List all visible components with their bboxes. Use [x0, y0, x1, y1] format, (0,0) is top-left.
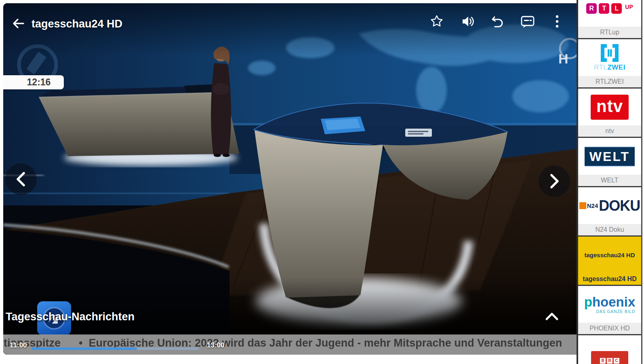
tagesschau24-logo-text: tagesschau24 HD: [584, 252, 635, 258]
subtitles-button[interactable]: [520, 13, 536, 30]
channel-label: RTLup: [578, 27, 641, 38]
program-start-time: 11:00: [10, 341, 27, 349]
overflow-menu-button[interactable]: [552, 13, 562, 30]
ntv-logo: ntv: [578, 89, 641, 125]
channel-label: RTLZWEI: [578, 76, 641, 87]
three-dots-icon: [555, 14, 559, 29]
live-tv-app: H tagesschau24 HD: [0, 0, 644, 364]
rtlzwei-logo: RTLZWEI: [578, 39, 641, 76]
channel-card-ntv[interactable]: ntv ntv: [578, 89, 641, 138]
channel-label: WELT: [578, 175, 641, 186]
welt-logo-text: WELT: [585, 147, 635, 166]
channel-card-rtlup[interactable]: R T L UP RTLup: [578, 0, 641, 39]
next-channel-button[interactable]: [539, 165, 570, 197]
tagesschau24-logo: tagesschau24 HD: [578, 237, 641, 273]
channel-card-tagesschau24[interactable]: tagesschau24 HD tagesschau24 HD: [578, 237, 641, 286]
n24doku-logo: N24 DOKU: [578, 187, 641, 224]
chevron-right-icon: [547, 173, 561, 189]
rtl-letter-box: R: [586, 3, 597, 14]
channel-card-phoenix[interactable]: phoenix DAS GANZE BILD PHOENIX HD: [578, 286, 641, 335]
phoenix-logo-text: phoenix: [584, 295, 636, 309]
channel-label: tagesschau24 HD: [578, 273, 641, 285]
rtlup-logo: R T L UP: [578, 0, 641, 27]
bbc-letter-block: C: [614, 358, 619, 364]
n24-logo-part1: N24: [587, 202, 598, 209]
channel-label: PHOENIX HD: [578, 323, 641, 334]
news-ticker-bar: ktionsspitze • Europäische Union: 2022 w…: [3, 334, 577, 355]
channel-label: N24 Doku: [578, 224, 641, 235]
video-player[interactable]: H tagesschau24 HD: [3, 3, 577, 355]
back-arrow-icon: [11, 16, 26, 31]
channel-card-welt[interactable]: WELT WELT: [578, 138, 641, 187]
channel-card-rtlzwei[interactable]: RTLZWEI RTLZWEI: [578, 39, 641, 89]
n24-orange-square: [579, 202, 586, 209]
rtl-letter-box: L: [611, 3, 622, 14]
n24-logo-part2: DOKU: [599, 197, 640, 214]
bbcworld-logo: B B C WORLD: [578, 335, 641, 364]
expand-panel-button[interactable]: [545, 311, 560, 324]
favorite-button[interactable]: [429, 13, 445, 30]
channel-card-bbcworld[interactable]: B B C WORLD: [578, 335, 641, 364]
bbc-letter-block: B: [600, 358, 606, 364]
progress-bar[interactable]: [32, 347, 199, 350]
bbc-letter-block: B: [607, 358, 612, 364]
channel-label: ntv: [578, 125, 641, 137]
volume-icon: [459, 14, 475, 29]
program-end-time: 13:00: [207, 341, 224, 349]
back-button[interactable]: [11, 16, 27, 32]
previous-channel-button[interactable]: [5, 163, 37, 195]
channel-rail: R T L UP RTLup: [577, 0, 642, 364]
bottom-scrim: [3, 278, 577, 334]
chevron-up-icon: [545, 311, 559, 322]
channel-title: tagesschau24 HD: [32, 18, 122, 30]
current-time-badge: 12:16: [3, 75, 64, 89]
welt-logo: WELT: [578, 138, 641, 175]
volume-button[interactable]: [459, 13, 475, 30]
rtlzwei-bracket-icon: [600, 44, 619, 62]
channel-sidebar: R T L UP RTLup: [577, 0, 642, 364]
rtl-letter-box: T: [599, 3, 609, 14]
replay-icon: [490, 14, 505, 29]
channel-card-n24doku[interactable]: N24 DOKU N24 Doku: [578, 187, 641, 237]
subtitles-bubble-icon: [520, 14, 536, 29]
phoenix-logo: phoenix DAS GANZE BILD: [578, 286, 641, 323]
rtlzwei-word-part2: ZWEI: [607, 63, 625, 71]
ntv-logo-text: ntv: [591, 95, 629, 120]
replay-button[interactable]: [489, 13, 505, 30]
progress-fill: [32, 347, 137, 350]
star-icon: [429, 14, 444, 29]
rtlzwei-word-part1: RTL: [594, 63, 607, 71]
chevron-left-icon: [14, 171, 28, 187]
program-title: Tagesschau-Nachrichten: [6, 311, 135, 323]
phoenix-logo-subtitle: DAS GANZE BILD: [596, 309, 635, 314]
rtl-up-suffix: UP: [625, 4, 633, 10]
partial-video-letter: H: [558, 51, 568, 67]
